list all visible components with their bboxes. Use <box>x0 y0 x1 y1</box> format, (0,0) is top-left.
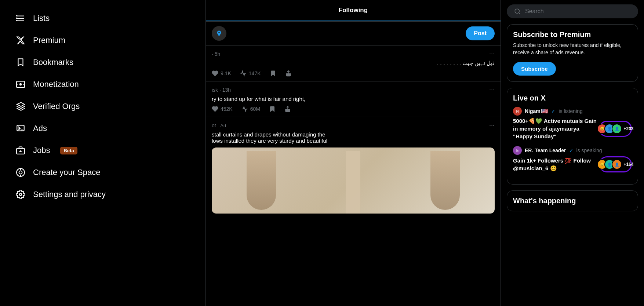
premium-desc: Subscribe to unlock new features and if … <box>513 42 632 56</box>
live-user: ER. Team Leader <box>525 147 566 153</box>
tweet-header: ot Ad ··· <box>212 121 495 129</box>
search-icon <box>514 8 521 15</box>
premium-title: Subscribe to Premium <box>513 30 632 39</box>
sidebar-item-bookmarks-label: Bookmarks <box>33 58 73 67</box>
sidebar-item-create-space[interactable]: Create your Space <box>4 161 202 183</box>
svg-rect-0 <box>17 15 24 16</box>
verified-icon: ✓ <box>569 147 574 153</box>
tweet-more-options[interactable]: ··· <box>489 86 495 94</box>
search-input[interactable] <box>525 8 631 15</box>
live-status: is listening <box>559 108 582 114</box>
tweet-meta: ot Ad <box>212 123 226 128</box>
svg-rect-1 <box>17 18 24 19</box>
live-avatar: N <box>513 107 522 116</box>
tweet-card-ad: ot Ad ··· stall curtains and drapes with… <box>206 117 501 218</box>
jobs-icon <box>15 145 26 156</box>
sidebar-item-jobs[interactable]: Jobs Beta <box>4 139 202 161</box>
svg-rect-4 <box>16 18 17 19</box>
live-item-content: Gain 1k+ Followers 💯 Follow @musician_6 … <box>513 156 632 172</box>
tweet-more-options[interactable]: ··· <box>489 50 495 58</box>
lists-icon <box>15 13 26 23</box>
post-button[interactable]: Post <box>466 26 495 40</box>
sidebar-menu: Lists Premium Bookmarks Monetization Ver… <box>0 0 205 306</box>
sidebar-item-lists-label: Lists <box>33 14 50 23</box>
tweet-bookmark[interactable] <box>269 106 276 112</box>
location-icon <box>212 26 226 41</box>
live-avatar-stack: 😊 👤 👤 +203 <box>599 121 632 137</box>
sidebar-item-jobs-label: Jobs <box>33 146 50 155</box>
tweet-header: isk · 13h ··· <box>212 86 495 94</box>
tweet-likes[interactable]: 452K <box>212 106 233 112</box>
sidebar-item-settings[interactable]: Settings and privacy <box>4 183 202 205</box>
sidebar-item-ads-label: Ads <box>33 124 47 133</box>
compose-area: Post <box>206 22 501 45</box>
live-item[interactable]: N Nigam!🇺🇸 ✓ is listening 5000+🍕💚 Active… <box>513 107 632 140</box>
whats-happening-title: What's happening <box>513 197 632 205</box>
sidebar-item-bookmarks[interactable]: Bookmarks <box>4 51 202 73</box>
svg-point-15 <box>19 171 22 174</box>
bookmarks-icon <box>15 57 26 68</box>
sidebar-item-verified-orgs-label: Verified Orgs <box>33 102 80 111</box>
subscribe-button[interactable]: Subscribe <box>513 62 556 76</box>
ad-label: Ad <box>220 123 226 128</box>
live-count: +203 <box>623 126 633 131</box>
live-item-header: N Nigam!🇺🇸 ✓ is listening <box>513 107 632 116</box>
x-logo-icon <box>15 35 26 45</box>
feed-tab-following[interactable]: Following <box>206 0 501 21</box>
svg-point-18 <box>19 193 22 196</box>
sidebar-item-verified-orgs[interactable]: Verified Orgs <box>4 95 202 117</box>
middle-feed: Following Post · 5h ··· ذیل نہیں جیت۔۔۔۔… <box>205 0 501 306</box>
avatar-pile-item: 👤 <box>612 159 622 170</box>
svg-rect-3 <box>16 15 17 16</box>
live-status: is speaking <box>576 147 602 153</box>
svg-rect-2 <box>17 20 24 21</box>
sidebar-item-ads[interactable]: Ads <box>4 117 202 139</box>
tweet-likes-count: 9.1K <box>221 70 231 76</box>
create-space-icon <box>15 167 26 178</box>
settings-icon <box>15 189 26 200</box>
avatar-pile-item: 👤 <box>612 124 622 134</box>
search-bar[interactable] <box>507 4 638 18</box>
jobs-beta-badge: Beta <box>60 147 77 154</box>
svg-line-22 <box>519 12 520 14</box>
premium-card: Subscribe to Premium Subscribe to unlock… <box>507 24 638 82</box>
tweet-image-inner <box>212 147 495 214</box>
tweet-likes[interactable]: 9.1K <box>212 70 231 77</box>
avatar-pile: 😊 👤 👤 <box>597 159 622 170</box>
sidebar-item-lists[interactable]: Lists <box>4 7 202 29</box>
sidebar-item-premium[interactable]: Premium <box>4 29 202 51</box>
live-item-content: 5000+🍕💚 Active mutuals Gain in memory of… <box>513 117 632 140</box>
live-item-header: E ER. Team Leader ✓ is speaking <box>513 146 632 155</box>
live-on-x-title: Live on X <box>513 94 632 102</box>
tweet-views[interactable]: 60M <box>241 106 260 112</box>
sidebar-item-create-space-label: Create your Space <box>33 168 100 177</box>
verified-icon: ✓ <box>551 108 556 114</box>
tweet-views-count: 60M <box>250 106 260 112</box>
tweet-bookmark[interactable] <box>270 70 276 77</box>
svg-rect-5 <box>16 20 17 21</box>
live-count: +164 <box>623 162 633 167</box>
tweet-card: · 5h ··· ذیل نہیں جیت۔۔۔۔۔۔۔۔ 9.1K 147K <box>206 45 501 81</box>
monetization-icon <box>15 79 26 90</box>
tweet-meta: · 5h <box>212 51 220 57</box>
tweet-text: ذیل نہیں جیت۔۔۔۔۔۔۔۔ <box>212 60 495 66</box>
live-on-x-card: Live on X N Nigam!🇺🇸 ✓ is listening 5000… <box>507 88 638 185</box>
live-item[interactable]: E ER. Team Leader ✓ is speaking Gain 1k+… <box>513 146 632 172</box>
tweet-more-options[interactable]: ··· <box>489 121 495 129</box>
sidebar-item-monetization[interactable]: Monetization <box>4 73 202 95</box>
svg-point-9 <box>23 84 24 85</box>
tweet-actions: 9.1K 147K <box>212 70 495 77</box>
right-panel: Subscribe to Premium Subscribe to unlock… <box>501 0 644 306</box>
tweet-share[interactable] <box>285 70 292 77</box>
tweet-text: ry to stand up for what is fair and righ… <box>212 96 495 102</box>
tweet-card: isk · 13h ··· ry to stand up for what is… <box>206 81 501 117</box>
tweet-views[interactable]: 147K <box>240 70 261 77</box>
sidebar-item-premium-label: Premium <box>33 36 65 45</box>
whats-happening-card: What's happening <box>507 190 638 211</box>
svg-point-7 <box>19 83 22 86</box>
verified-orgs-icon <box>15 101 26 112</box>
tweet-meta: isk · 13h <box>212 87 231 93</box>
tweet-text: stall curtains and drapes without damagi… <box>212 131 495 144</box>
tweet-share[interactable] <box>284 106 291 112</box>
tweet-views-count: 147K <box>249 70 261 76</box>
